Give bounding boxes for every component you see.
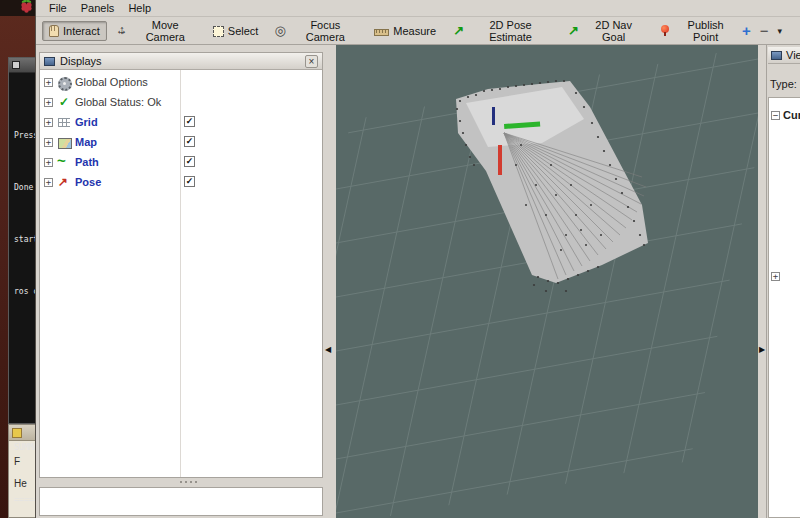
tool-label: Interact [63, 25, 100, 37]
menu-item[interactable]: Help [121, 1, 158, 15]
expander-icon[interactable]: + [771, 272, 780, 281]
displays-panel: Displays × + Global Options + Global Sta… [39, 52, 323, 478]
tool-button[interactable]: 2D Nav Goal [560, 15, 649, 47]
display-name: Global Options [75, 76, 148, 88]
display-row[interactable]: + Grid [40, 112, 322, 132]
expander-icon[interactable]: − [771, 111, 780, 120]
rviz-window: File Panels Help Interact Move Camera [35, 0, 800, 518]
views-tree: − Cur + [768, 97, 800, 518]
views-tree-row[interactable]: + [769, 269, 800, 284]
views-panel-title: Vie [786, 49, 800, 61]
nav-goal-icon [567, 24, 581, 37]
measure-icon [374, 29, 389, 36]
collapse-right-arrow-icon[interactable]: ▶ [759, 345, 765, 355]
close-icon[interactable]: × [305, 55, 318, 68]
views-panel-titlebar[interactable]: Vie [768, 47, 800, 64]
terminal-icon [12, 61, 20, 69]
tool-button[interactable]: Interact [42, 21, 107, 41]
views-item-label: Cur [783, 109, 800, 121]
left-dock-splitter[interactable]: ◀ [324, 45, 336, 518]
displays-panel-icon [44, 57, 55, 66]
tool-button[interactable]: Publish Point [651, 15, 742, 47]
display-name: Map [75, 136, 97, 148]
expander-icon[interactable]: + [44, 158, 53, 167]
status-ok-icon [57, 96, 71, 109]
tool-button[interactable]: Measure [367, 21, 443, 41]
grid-icon [57, 116, 71, 129]
3d-scene [336, 45, 758, 518]
display-name: Pose [75, 176, 101, 188]
toolbar: Interact Move Camera Select Focus Camera [36, 17, 800, 45]
pose-icon [57, 176, 71, 189]
displays-panel-titlebar[interactable]: Displays × [40, 53, 322, 70]
tool-label: Publish Point [676, 19, 735, 43]
views-type-label: Type: [770, 78, 797, 90]
display-row[interactable]: + Global Status: Ok [40, 92, 322, 112]
display-row[interactable]: + Pose [40, 172, 322, 192]
expander-icon[interactable]: + [44, 178, 53, 187]
tool-button[interactable]: 2D Pose Estimate [445, 15, 558, 47]
hand-icon [49, 25, 59, 37]
tool-label: 2D Pose Estimate [470, 19, 551, 43]
expander-icon[interactable]: + [44, 118, 53, 127]
splitter-dots-icon [180, 481, 182, 483]
bottom-panel [39, 487, 323, 516]
collapse-left-arrow-icon[interactable]: ◀ [325, 345, 331, 355]
tool-label: Focus Camera [292, 19, 358, 43]
display-name: Path [75, 156, 99, 168]
display-name: Global Status: Ok [75, 96, 161, 108]
tool-button[interactable]: Focus Camera [267, 15, 365, 47]
displays-tree: + Global Options + Global Status: Ok + G… [40, 70, 322, 477]
views-tree-row[interactable]: − Cur [769, 106, 800, 124]
focus-camera-icon [274, 24, 288, 37]
select-icon [213, 26, 224, 37]
publish-point-icon [658, 24, 672, 37]
pose-estimate-icon [452, 24, 466, 37]
display-enabled-checkbox[interactable] [184, 176, 195, 187]
move-camera-icon [116, 24, 130, 37]
expander-icon[interactable]: + [44, 78, 53, 87]
right-dock-splitter[interactable]: ▶ [758, 45, 766, 518]
path-icon [57, 156, 71, 169]
menu-item[interactable]: File [42, 1, 74, 15]
gear-icon [57, 76, 71, 89]
map-icon [57, 136, 71, 149]
display-enabled-checkbox[interactable] [184, 156, 195, 167]
display-enabled-checkbox[interactable] [184, 136, 195, 147]
panel-splitter-handle[interactable] [39, 479, 323, 485]
display-row[interactable]: + Map [40, 132, 322, 152]
display-row[interactable]: + Path [40, 152, 322, 172]
tool-button[interactable]: Move Camera [109, 15, 204, 47]
views-panel-icon [771, 51, 782, 60]
tool-label: 2D Nav Goal [585, 19, 642, 43]
views-panel: Vie Type: − Cur + [766, 45, 800, 518]
expander-icon[interactable]: + [44, 98, 53, 107]
tool-label: Move Camera [134, 19, 197, 43]
remove-tool-button[interactable]: − [760, 24, 769, 38]
display-row[interactable]: + Global Options [40, 72, 322, 92]
taskbar-fragment [0, 0, 35, 16]
add-tool-button[interactable]: + [742, 24, 751, 38]
raspberry-menu-icon[interactable] [20, 0, 33, 17]
display-enabled-checkbox[interactable] [184, 116, 195, 127]
tool-label: Select [228, 25, 259, 37]
toolbar-right-controls: + − ▾ [742, 24, 794, 38]
tool-buttons: Interact Move Camera Select Focus Camera [42, 15, 742, 47]
3d-viewport[interactable] [336, 45, 758, 518]
tool-button[interactable]: Select [206, 21, 266, 41]
menu-item[interactable]: Panels [74, 1, 122, 15]
toolbar-overflow-button[interactable]: ▾ [777, 26, 782, 36]
expander-icon[interactable]: + [44, 138, 53, 147]
displays-panel-title: Displays [60, 55, 102, 67]
tool-label: Measure [393, 25, 436, 37]
display-name: Grid [75, 116, 98, 128]
